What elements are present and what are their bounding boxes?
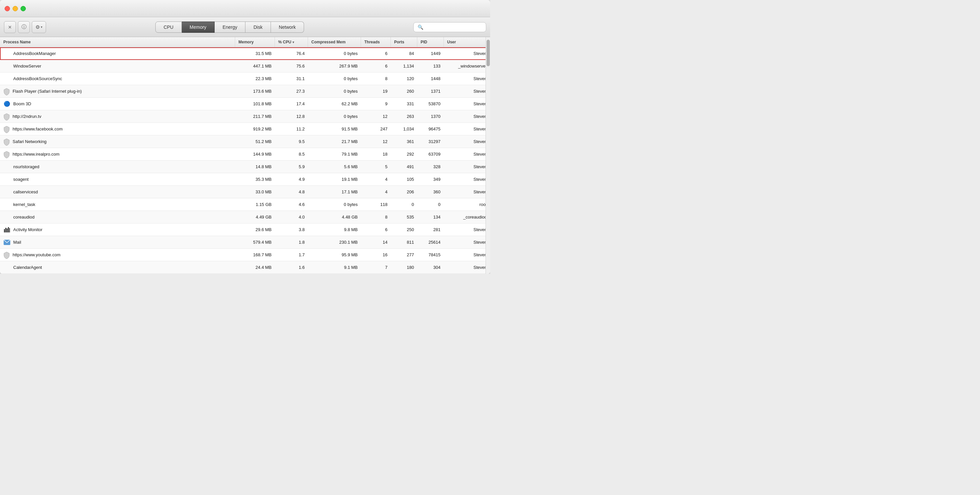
table-row[interactable]: coreaudiod4.49 GB4.04.48 GB8535134_corea… <box>0 211 490 223</box>
pid-cell: 96475 <box>417 124 444 134</box>
minimize-button[interactable] <box>13 6 18 11</box>
threads-cell: 5 <box>361 162 391 171</box>
memory-cell: 447.1 MB <box>235 62 275 70</box>
column-header-memory[interactable]: Memory <box>235 37 275 47</box>
table-row[interactable]: soagent35.3 MB4.919.1 MB4105349Steven <box>0 173 490 186</box>
maximize-button[interactable] <box>21 6 26 11</box>
user-cell: Steven <box>444 175 490 184</box>
search-box[interactable]: 🔍 <box>413 22 486 32</box>
process-name-label: CalendarAgent <box>13 265 42 270</box>
memory-cell: 168.7 MB <box>235 250 275 259</box>
shield-icon <box>3 151 10 158</box>
tab-network[interactable]: Network <box>271 22 304 33</box>
ports-cell: 105 <box>391 175 417 184</box>
table-row[interactable]: Flash Player (Safari Internet plug-in)17… <box>0 85 490 98</box>
cpu-cell: 17.4 <box>275 99 308 108</box>
table-row[interactable]: Activity Monitor29.6 MB3.89.8 MB6250281S… <box>0 223 490 236</box>
process-name-cell: Flash Player (Safari Internet plug-in) <box>0 86 235 97</box>
pid-cell: 63709 <box>417 150 444 159</box>
search-input[interactable] <box>425 24 482 29</box>
ports-cell: 331 <box>391 99 417 108</box>
compressed-cell: 0 bytes <box>308 49 361 58</box>
table-row[interactable]: WindowServer447.1 MB75.6267.9 MB61,13413… <box>0 60 490 73</box>
table-row[interactable]: AddressBookManager31.5 MB76.40 bytes6841… <box>0 47 490 60</box>
column-header-threads[interactable]: Threads <box>361 37 391 47</box>
process-name-label: nsurlstoraged <box>13 164 40 169</box>
pid-cell: 360 <box>417 188 444 196</box>
close-button[interactable] <box>5 6 10 11</box>
column-header-compressed-mem[interactable]: Compressed Mem <box>308 37 361 47</box>
process-name-label: callservicesd <box>13 189 38 194</box>
tab-memory[interactable]: Memory <box>182 22 215 33</box>
table-row[interactable]: Mail579.4 MB1.8230.1 MB1481125614Steven <box>0 236 490 249</box>
table-row[interactable]: AddressBookSourceSync22.3 MB31.10 bytes8… <box>0 73 490 85</box>
ports-cell: 277 <box>391 250 417 259</box>
ports-cell: 263 <box>391 112 417 121</box>
threads-cell: 8 <box>361 213 391 221</box>
scrollbar-thumb[interactable] <box>487 40 490 66</box>
compressed-cell: 0 bytes <box>308 112 361 121</box>
pid-cell: 1449 <box>417 49 444 58</box>
info-button[interactable]: ⓘ <box>18 21 30 33</box>
process-name-cell: Activity Monitor <box>0 224 235 236</box>
column-header-user[interactable]: User <box>444 37 490 47</box>
memory-cell: 1.15 GB <box>235 200 275 209</box>
table-row[interactable]: https://www.facebook.com919.2 MB11.291.5… <box>0 123 490 135</box>
table-row[interactable]: 🔵Boom 3D101.8 MB17.462.2 MB933153870Stev… <box>0 98 490 110</box>
tab-energy[interactable]: Energy <box>215 22 245 33</box>
close-x-icon: ✕ <box>8 24 12 30</box>
table-row[interactable]: callservicesd33.0 MB4.817.1 MB4206360Ste… <box>0 186 490 198</box>
table-row[interactable]: CalendarAgent24.4 MB1.69.1 MB7180304Stev… <box>0 261 490 274</box>
process-name-label: soagent <box>13 177 29 182</box>
table-row[interactable]: kernel_task1.15 GB4.60 bytes11800root <box>0 198 490 211</box>
cpu-cell: 27.3 <box>275 87 308 95</box>
compressed-cell: 91.5 MB <box>308 124 361 134</box>
compressed-cell: 0 bytes <box>308 87 361 95</box>
cpu-cell: 4.9 <box>275 175 308 184</box>
tab-disk[interactable]: Disk <box>245 22 270 33</box>
svg-rect-0 <box>4 229 5 232</box>
gear-button[interactable]: ⚙ ▾ <box>32 21 46 33</box>
user-cell: Steven <box>444 112 490 121</box>
compressed-cell: 17.1 MB <box>308 188 361 196</box>
threads-cell: 6 <box>361 49 391 58</box>
memory-cell: 211.7 MB <box>235 112 275 121</box>
table-row[interactable]: https://www.irealpro.com144.9 MB8.579.1 … <box>0 148 490 161</box>
user-cell: _windowserver <box>444 62 490 70</box>
scrollbar[interactable] <box>485 37 490 274</box>
memory-cell: 579.4 MB <box>235 238 275 247</box>
column-header-cpu[interactable]: % CPU ▾ <box>275 37 308 47</box>
threads-cell: 118 <box>361 200 391 209</box>
shield-icon <box>3 113 10 120</box>
ports-cell: 535 <box>391 213 417 221</box>
column-header-process-name[interactable]: Process Name <box>0 37 235 47</box>
compressed-cell: 19.1 MB <box>308 175 361 184</box>
user-cell: _coreaudiod <box>444 213 490 221</box>
pid-cell: 78415 <box>417 250 444 259</box>
ports-cell: 1,134 <box>391 62 417 70</box>
process-name-cell: nsurlstoraged <box>0 162 235 171</box>
memory-cell: 144.9 MB <box>235 150 275 159</box>
cpu-cell: 1.7 <box>275 250 308 259</box>
table-row[interactable]: https://www.youtube.com168.7 MB1.795.9 M… <box>0 249 490 261</box>
table-row[interactable]: nsurlstoraged14.8 MB5.95.6 MB5491328Stev… <box>0 161 490 173</box>
pid-cell: 281 <box>417 225 444 234</box>
toolbar-left: ✕ ⓘ ⚙ ▾ <box>4 21 46 33</box>
tab-cpu[interactable]: CPU <box>155 22 182 33</box>
threads-cell: 9 <box>361 99 391 108</box>
table-row[interactable]: http://2ndrun.tv211.7 MB12.80 bytes12263… <box>0 110 490 123</box>
column-header-ports[interactable]: Ports <box>391 37 417 47</box>
process-icon <box>3 226 11 234</box>
compressed-cell: 9.1 MB <box>308 263 361 272</box>
threads-cell: 247 <box>361 124 391 134</box>
threads-cell: 12 <box>361 137 391 146</box>
table-row[interactable]: Safari Networking51.2 MB9.521.7 MB123613… <box>0 135 490 148</box>
process-name-cell: 🔵Boom 3D <box>0 98 235 110</box>
close-x-button[interactable]: ✕ <box>4 21 16 33</box>
process-name-label: Safari Networking <box>13 139 47 144</box>
process-name-cell: Safari Networking <box>0 137 235 147</box>
shield-icon <box>3 126 10 132</box>
process-name-label: https://www.youtube.com <box>13 252 60 257</box>
column-header-pid[interactable]: PID <box>417 37 444 47</box>
cpu-cell: 75.6 <box>275 62 308 70</box>
